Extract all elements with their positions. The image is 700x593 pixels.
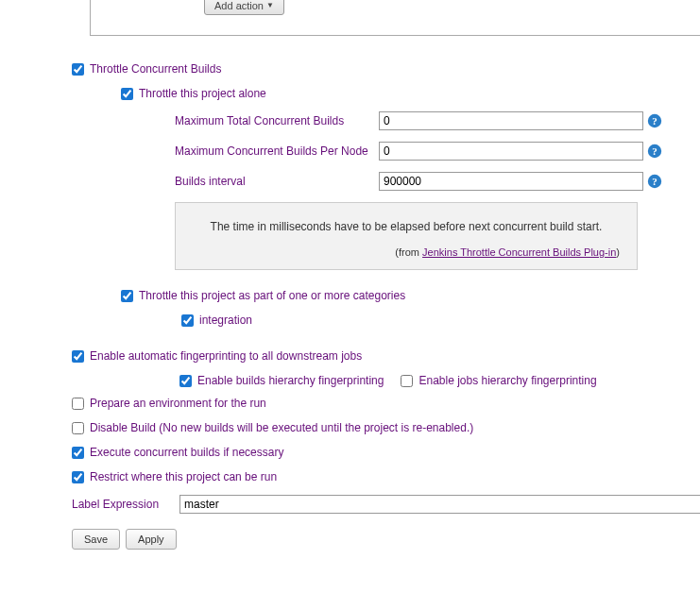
throttle-alone-checkbox[interactable] [121, 88, 133, 100]
apply-button[interactable]: Apply [126, 529, 177, 550]
throttle-categories-label: Throttle this project as part of one or … [139, 289, 405, 302]
help-plugin-link[interactable]: Jenkins Throttle Concurrent Builds Plug-… [422, 246, 616, 258]
max-per-node-label: Maximum Concurrent Builds Per Node [175, 144, 379, 158]
svg-text:?: ? [652, 115, 657, 127]
jobs-hierarchy-checkbox[interactable] [401, 375, 413, 387]
throttle-concurrent-builds-label: Throttle Concurrent Builds [90, 62, 221, 76]
execute-concurrent-label: Execute concurrent builds if necessary [90, 446, 283, 459]
fingerprint-checkbox[interactable] [72, 350, 84, 363]
disable-build-label: Disable Build (No new builds will be exe… [90, 421, 473, 434]
add-action-label: Add action [214, 0, 264, 11]
help-from-prefix: (from [395, 246, 422, 258]
fingerprint-label: Enable automatic fingerprinting to all d… [90, 349, 362, 363]
prepare-env-label: Prepare an environment for the run [90, 397, 266, 410]
throttle-alone-label: Throttle this project alone [139, 87, 266, 100]
add-action-button[interactable]: Add action ▼ [204, 0, 284, 15]
help-close-paren: ) [616, 246, 620, 258]
throttle-categories-checkbox[interactable] [121, 290, 133, 302]
help-text: The time in milliseconds have to be elap… [193, 220, 620, 233]
jobs-hierarchy-label: Enable jobs hierarchy fingerprinting [418, 374, 596, 387]
help-icon[interactable]: ? [647, 174, 662, 189]
help-icon[interactable]: ? [647, 144, 662, 159]
builds-interval-input[interactable] [379, 172, 643, 191]
svg-text:?: ? [652, 145, 657, 157]
save-button[interactable]: Save [72, 529, 120, 550]
help-icon[interactable]: ? [647, 113, 662, 128]
prepare-env-checkbox[interactable] [72, 398, 84, 410]
svg-text:?: ? [652, 176, 657, 187]
label-expression-input[interactable] [179, 495, 700, 514]
chevron-down-icon: ▼ [266, 1, 274, 9]
restrict-checkbox[interactable] [72, 471, 84, 483]
execute-concurrent-checkbox[interactable] [72, 447, 84, 459]
category-integration-label: integration [199, 313, 252, 327]
help-box: The time in milliseconds have to be elap… [175, 202, 638, 270]
disable-build-checkbox[interactable] [72, 422, 84, 434]
max-total-label: Maximum Total Concurrent Builds [175, 114, 379, 127]
max-total-input[interactable] [379, 111, 643, 130]
builds-hierarchy-checkbox[interactable] [179, 375, 192, 387]
max-per-node-input[interactable] [379, 142, 643, 161]
label-expression-label: Label Expression [72, 498, 179, 511]
builds-interval-label: Builds interval [175, 175, 379, 188]
builds-hierarchy-label: Enable builds hierarchy fingerprinting [197, 374, 384, 387]
throttle-concurrent-builds-checkbox[interactable] [72, 63, 84, 76]
category-integration-checkbox[interactable] [181, 314, 194, 327]
restrict-label: Restrict where this project can be run [90, 470, 277, 483]
